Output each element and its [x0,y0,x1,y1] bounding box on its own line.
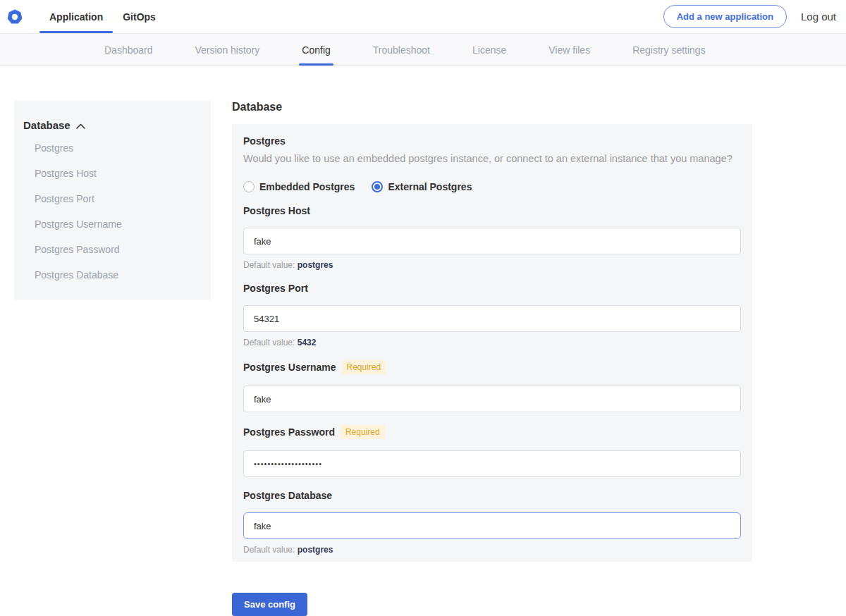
field-label-postgres-port: Postgres Port [243,283,308,294]
radio-embedded-label: Embedded Postgres [259,181,355,192]
postgres-radio-group: Embedded Postgres External Postgres [243,181,741,192]
required-badge: Required [341,425,385,439]
subtab-dashboard[interactable]: Dashboard [104,34,153,66]
field-label-postgres-database: Postgres Database [243,490,332,501]
postgres-host-input[interactable] [243,228,741,254]
radio-selected-icon [372,181,383,192]
radio-external-postgres[interactable]: External Postgres [372,181,472,192]
sidebar-item-postgres-port[interactable]: Postgres Port [23,186,200,211]
postgres-database-input[interactable] [243,512,741,539]
subtab-troubleshoot[interactable]: Troubleshoot [373,34,430,66]
top-tab-bar: Application GitOps [39,0,166,33]
top-nav: Application GitOps Add a new application… [0,0,846,34]
radio-unselected-icon [243,181,255,192]
subtab-config[interactable]: Config [302,34,330,66]
tab-gitops-label: GitOps [123,11,156,23]
field-label-postgres-password: Postgres Password [243,426,335,438]
add-application-button[interactable]: Add a new application [663,5,787,28]
sidebar-item-postgres[interactable]: Postgres [23,135,200,161]
tab-gitops[interactable]: GitOps [113,0,166,33]
chevron-up-icon [76,119,85,131]
sidebar-group-database[interactable]: Database [23,119,200,131]
sidebar-item-postgres-password[interactable]: Postgres Password [23,237,200,262]
subtab-view-files[interactable]: View files [548,34,590,66]
postgres-username-input[interactable] [243,386,741,412]
top-right-actions: Add a new application Log out [663,5,836,28]
config-page: Database Postgres Postgres Host Postgres… [0,66,846,616]
postgres-password-input[interactable] [243,450,741,477]
database-config-card: Postgres Would you like to use an embedd… [232,124,752,562]
postgres-port-input[interactable] [243,305,741,332]
sidebar-item-postgres-database[interactable]: Postgres Database [23,262,200,288]
page-title: Database [232,101,752,113]
sidebar-item-postgres-host[interactable]: Postgres Host [23,161,200,186]
app-sub-nav: Dashboard Version history Config Trouble… [0,34,846,66]
radio-external-label: External Postgres [388,181,472,192]
sidebar-group-label: Database [23,119,70,131]
config-sidebar: Database Postgres Postgres Host Postgres… [14,101,211,300]
tab-application[interactable]: Application [39,0,113,33]
field-label-postgres: Postgres [243,135,741,147]
tab-application-label: Application [49,11,103,23]
postgres-host-default: Default value: postgres [243,260,741,270]
required-badge: Required [342,360,386,374]
config-main: Database Postgres Would you like to use … [232,101,752,616]
field-label-postgres-username: Postgres Username [243,362,336,373]
postgres-database-default: Default value: postgres [243,545,741,555]
postgres-help-text: Would you like to use an embedded postgr… [243,153,741,164]
subtab-license[interactable]: License [472,34,506,66]
save-config-button[interactable]: Save config [232,593,307,616]
sidebar-item-postgres-username[interactable]: Postgres Username [23,211,200,237]
subtab-version-history[interactable]: Version history [195,34,260,66]
field-label-postgres-host: Postgres Host [243,205,310,216]
radio-embedded-postgres[interactable]: Embedded Postgres [243,181,355,192]
subtab-registry-settings[interactable]: Registry settings [632,34,705,66]
logout-link[interactable]: Log out [801,11,836,23]
app-logo-icon [7,9,23,25]
postgres-port-default: Default value: 5432 [243,338,741,347]
